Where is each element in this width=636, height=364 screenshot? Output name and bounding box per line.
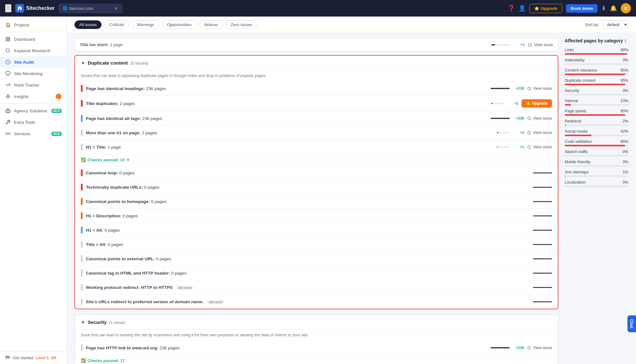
- category-pct-11: 0%: [623, 160, 628, 164]
- passed-text-3: H1 = Description: 0 pages: [86, 214, 530, 218]
- category-header-9: Code validation 95%: [565, 139, 628, 144]
- category-header-8: Social media 42%: [565, 129, 628, 134]
- category-item-10: Search traffic 0%: [565, 150, 628, 157]
- category-header-6: Page speed 95%: [565, 109, 628, 113]
- category-header-1: Indexability 0%: [565, 58, 628, 62]
- indicator-2: [81, 115, 83, 122]
- sidebar-item-site-monitoring[interactable]: Site Monitoring: [0, 68, 66, 79]
- category-bar-fill-12: [565, 175, 565, 177]
- issue-text-2: Page has identical alt tags: 236 pages: [86, 116, 487, 121]
- category-pct-13: 0%: [623, 180, 628, 185]
- main-content: All issues Criticals Warnings Opportunit…: [67, 17, 636, 364]
- svg-rect-3: [8, 39, 10, 41]
- sidebar-item-extra-tools[interactable]: Extra Tools ›: [0, 116, 66, 128]
- passed-row-7: Canonical tag in HTML and HTTP header: 0…: [75, 266, 558, 280]
- tools-icon: [5, 119, 11, 125]
- category-bar-0: [565, 53, 628, 55]
- insights-icon: [5, 94, 11, 99]
- sidebar-item-keyword-research[interactable]: Keyword Research ›: [0, 45, 66, 56]
- view-issue-btn-2[interactable]: View issue: [527, 116, 552, 121]
- passed-text-7: Canonical tag in HTML and HTTP header: 0…: [86, 271, 530, 276]
- passed-text-0: Canonical loop: 0 pages: [86, 171, 530, 175]
- category-pct-6: 95%: [620, 109, 628, 113]
- upgrade-btn-1[interactable]: ⭐ Upgrade: [521, 99, 552, 108]
- download-icon[interactable]: ⬇: [601, 5, 606, 12]
- svg-line-20: [530, 134, 531, 134]
- category-bar-13: [565, 186, 628, 187]
- top-item: Title too short: 1 page +1 View issue: [74, 38, 558, 51]
- top-item-view-btn[interactable]: View issue: [528, 43, 553, 47]
- topnav-actions: ❓ 👤 ⭐ Upgrade Book demo ⬇ 🔔 B: [508, 3, 631, 13]
- avatar[interactable]: B: [621, 3, 631, 13]
- filter-warnings[interactable]: Warnings: [132, 20, 159, 29]
- chat-button[interactable]: Chat: [627, 315, 636, 332]
- category-name-3: Duplicate content: [565, 78, 596, 83]
- category-header-7: Redirects 2%: [565, 119, 628, 123]
- security-issue-0: Page has HTTP link to www.w3.org: 236 pa…: [75, 341, 558, 355]
- passed-row-9: Site's URLs redirect to preferred versio…: [75, 295, 558, 309]
- site-audit-icon: [5, 59, 11, 65]
- category-header-4: Security 0%: [565, 88, 628, 93]
- rank-icon: [5, 82, 11, 88]
- count-3: +2: [513, 130, 524, 135]
- filter-criticals[interactable]: Criticals: [105, 20, 129, 29]
- view-issue-btn-4[interactable]: View issue: [527, 145, 552, 149]
- security-view-btn-0[interactable]: View issue: [527, 346, 552, 350]
- sortby-select[interactable]: default: [602, 20, 628, 29]
- url-bar[interactable]: 🌐 fairmont.com ▼: [59, 4, 122, 13]
- duplicate-toggle-icon[interactable]: ▼: [81, 60, 85, 66]
- category-name-4: Security: [565, 88, 579, 93]
- get-started[interactable]: 🏁 Get started Level 1: 5/6: [5, 355, 61, 360]
- security-header: ▼ Security (1 issue): [75, 315, 558, 330]
- pass-indicator-9: [81, 298, 83, 305]
- agency-new-badge: NEW: [52, 109, 61, 113]
- filter-zero-issues[interactable]: Zero issues: [226, 20, 257, 29]
- pass-indicator-0: [81, 169, 83, 176]
- category-bar-fill-9: [565, 145, 625, 146]
- category-pct-3: 95%: [620, 78, 628, 83]
- help-icon[interactable]: ❓: [508, 5, 515, 12]
- duplicate-section-desc: Issues that can lead to appearing duplic…: [75, 70, 558, 81]
- sidebar-item-rank-tracker[interactable]: Rank Tracker: [0, 79, 66, 91]
- topnav: ☰ Sitechecker 🌐 fairmont.com ▼ ❓ 👤 ⭐ Upg…: [0, 0, 636, 17]
- sidebar-item-dashboard[interactable]: Dashboard: [0, 33, 66, 45]
- svg-point-21: [528, 145, 531, 148]
- passed-row-0: Canonical loop: 0 pages: [75, 166, 558, 180]
- sidebar-label-services: Services: [14, 131, 48, 136]
- sidebar-item-agency[interactable]: Agency Solutions NEW: [0, 105, 66, 116]
- view-issue-btn-0[interactable]: View issue: [527, 86, 552, 91]
- sidebar-item-site-audit[interactable]: Site Audit: [0, 56, 66, 68]
- url-text: fairmont.com: [69, 6, 93, 11]
- sidebar-item-insights[interactable]: Insights !: [0, 91, 66, 102]
- upgrade-button[interactable]: ⭐ Upgrade: [529, 4, 562, 13]
- level-label: Level 1: 5/6: [36, 356, 56, 360]
- security-text-0: Page has HTTP link to www.w3.org: 236 pa…: [86, 346, 487, 350]
- sidebar-label-projects: Projects: [14, 23, 61, 27]
- bookdemo-button[interactable]: Book demo: [566, 4, 598, 13]
- passed-row-1: Technically duplicate URLs: 0 pages: [75, 180, 558, 194]
- duplicate-section-title: Duplicate content (5 issues): [88, 60, 148, 66]
- top-item-count: +1: [514, 43, 525, 47]
- sidebar-label-keyword: Keyword Research: [14, 48, 57, 53]
- filter-notices[interactable]: Notices: [199, 20, 223, 29]
- filter-all-issues[interactable]: All issues: [74, 20, 101, 29]
- user-add-icon[interactable]: 👤: [519, 5, 526, 12]
- hamburger-button[interactable]: ☰: [5, 4, 11, 12]
- view-issue-btn-3[interactable]: View issue: [527, 130, 552, 135]
- security-checks-passed[interactable]: ✅ Checks passed: 17: [75, 355, 558, 364]
- content-area: Title too short: 1 page +1 View issue: [67, 33, 636, 364]
- sidebar-label-site-audit: Site Audit: [14, 60, 61, 65]
- filter-opportunities[interactable]: Opportunities: [162, 20, 196, 29]
- checks-passed-toggle[interactable]: ✅ Checks passed: 10 ▾: [75, 154, 558, 166]
- sidebar-section-main: 🏠 Projects Dashboard Keyword Research ›: [0, 17, 66, 142]
- sidebar-item-services[interactable]: Services NEW: [0, 128, 66, 139]
- category-name-9: Code validation: [565, 139, 592, 144]
- sidebar-item-projects[interactable]: 🏠 Projects: [0, 19, 66, 31]
- issue-row-2: Page has identical alt tags: 236 pages +…: [75, 111, 558, 126]
- security-checks-icon: ✅: [81, 358, 86, 363]
- right-panel-info-icon[interactable]: ℹ: [625, 38, 626, 43]
- upgrade-icon: ⭐: [534, 6, 539, 11]
- security-toggle-icon[interactable]: ▼: [81, 320, 85, 325]
- pass-indicator-6: [81, 255, 83, 262]
- notifications-icon[interactable]: 🔔: [610, 5, 617, 12]
